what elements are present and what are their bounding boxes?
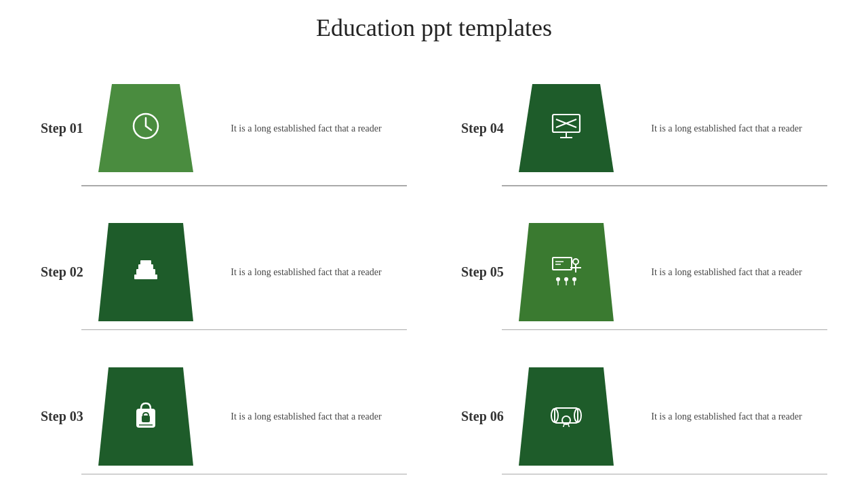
step-text-04: It is a long established fact that a rea… — [626, 121, 827, 136]
step-item-02: Step 02 It is a long established fact th… — [41, 207, 407, 339]
svg-line-38 — [568, 424, 570, 427]
svg-point-19 — [573, 259, 578, 264]
page-title: Education ppt templates — [41, 14, 827, 42]
step-label-04: Step 04 — [461, 121, 519, 136]
step-shape-05 — [519, 223, 614, 321]
step-shape-03 — [98, 367, 193, 466]
svg-point-22 — [556, 277, 560, 281]
diploma-icon — [549, 403, 583, 431]
step-shape-04 — [519, 84, 614, 172]
svg-line-3 — [146, 126, 151, 130]
books-icon — [130, 256, 161, 289]
monitor-icon — [551, 113, 582, 144]
step-shape-01 — [98, 84, 193, 172]
step-label-05: Step 05 — [461, 264, 519, 280]
step-item-01: Step 01 It is a long established fact th… — [41, 62, 407, 195]
step-label-01: Step 01 — [41, 121, 98, 136]
step-label-02: Step 02 — [41, 264, 98, 280]
svg-rect-14 — [140, 260, 151, 265]
svg-line-37 — [563, 424, 564, 427]
step-text-06: It is a long established fact that a rea… — [626, 409, 827, 424]
svg-rect-11 — [134, 274, 157, 279]
step-text-03: It is a long established fact that a rea… — [205, 409, 407, 424]
teacher-icon — [550, 255, 583, 290]
backpack-icon — [132, 399, 160, 434]
svg-rect-16 — [553, 258, 572, 270]
page: Education ppt templates Step 01 It is a … — [0, 0, 868, 488]
svg-point-24 — [572, 277, 576, 281]
step-label-06: Step 06 — [461, 409, 519, 424]
step-text-05: It is a long established fact that a rea… — [626, 265, 827, 279]
svg-rect-12 — [136, 269, 155, 274]
clock-icon — [131, 111, 161, 145]
step-item-04: Step 04 It is a long established fact th… — [461, 62, 827, 195]
step-label-03: Step 03 — [41, 409, 98, 424]
steps-grid: Step 01 It is a long established fact th… — [41, 62, 827, 483]
step-item-05: Step 05 — [461, 207, 827, 339]
svg-rect-30 — [142, 415, 150, 422]
step-shape-06 — [519, 367, 614, 466]
step-text-02: It is a long established fact that a rea… — [205, 265, 407, 279]
svg-rect-13 — [138, 264, 153, 270]
step-text-01: It is a long established fact that a rea… — [205, 121, 407, 136]
step-item-03: Step 03 — [41, 350, 407, 483]
step-item-06: Step 06 — [461, 350, 827, 483]
step-shape-02 — [98, 223, 193, 321]
svg-point-23 — [564, 277, 568, 281]
